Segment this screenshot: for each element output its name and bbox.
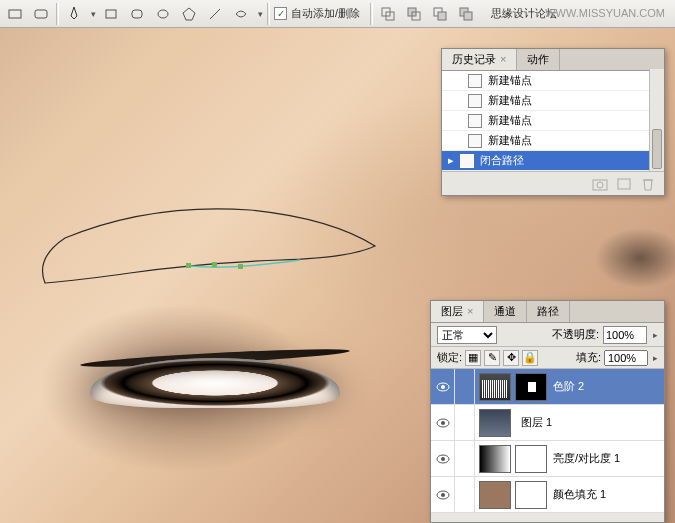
layers-tabs: 图层× 通道 路径 bbox=[431, 301, 664, 323]
custom-shape-icon[interactable] bbox=[230, 3, 252, 25]
new-state-icon[interactable] bbox=[616, 177, 632, 191]
visibility-toggle[interactable] bbox=[431, 369, 455, 405]
svg-rect-1 bbox=[35, 10, 47, 18]
history-tabs: 历史记录× 动作 bbox=[442, 49, 664, 71]
svg-rect-0 bbox=[9, 10, 21, 18]
play-icon: ▸ bbox=[448, 154, 454, 167]
watermark-url: WWW.MISSYUAN.COM bbox=[545, 7, 665, 19]
link-col[interactable] bbox=[455, 369, 475, 405]
tab-channels[interactable]: 通道 bbox=[484, 301, 527, 322]
path-exclude-icon[interactable] bbox=[455, 3, 477, 25]
opacity-input[interactable] bbox=[603, 326, 647, 344]
svg-rect-3 bbox=[132, 10, 142, 18]
layer-item[interactable]: 颜色填充 1 bbox=[431, 477, 664, 513]
close-icon[interactable]: × bbox=[500, 53, 506, 65]
layer-name: 颜色填充 1 bbox=[553, 487, 664, 502]
path-subtract-icon[interactable] bbox=[403, 3, 425, 25]
svg-rect-17 bbox=[238, 264, 243, 269]
svg-rect-15 bbox=[212, 262, 217, 267]
svg-marker-5 bbox=[183, 8, 195, 20]
path-combine-icon[interactable] bbox=[377, 3, 399, 25]
snapshot-icon[interactable] bbox=[592, 177, 608, 191]
svg-point-19 bbox=[597, 182, 603, 188]
anchor-icon bbox=[468, 114, 482, 128]
layer-thumb-icon bbox=[479, 409, 511, 437]
history-item[interactable]: 新建锚点 bbox=[442, 91, 664, 111]
lock-move-icon[interactable]: ✥ bbox=[503, 350, 519, 366]
visibility-toggle[interactable] bbox=[431, 405, 455, 441]
layer-mask-icon bbox=[515, 445, 547, 473]
lock-brush-icon[interactable]: ✎ bbox=[484, 350, 500, 366]
layer-name: 图层 1 bbox=[521, 415, 664, 430]
history-item[interactable]: 新建锚点 bbox=[442, 71, 664, 91]
auto-add-delete-label: 自动添加/删除 bbox=[291, 6, 360, 21]
svg-point-24 bbox=[441, 421, 445, 425]
auto-add-delete-checkbox[interactable]: ✓ bbox=[274, 7, 287, 20]
tab-history[interactable]: 历史记录× bbox=[442, 49, 517, 70]
opacity-label: 不透明度: bbox=[552, 327, 599, 342]
eye-icon bbox=[436, 418, 450, 428]
layer-name: 亮度/对比度 1 bbox=[553, 451, 664, 466]
anchor-icon bbox=[468, 134, 482, 148]
layer-item[interactable]: 亮度/对比度 1 bbox=[431, 441, 664, 477]
history-item[interactable]: 新建锚点 bbox=[442, 131, 664, 151]
history-panel: 历史记录× 动作 新建锚点 新建锚点 新建锚点 新建锚点 ▸闭合路径 bbox=[441, 48, 665, 196]
ellipse-shape-icon[interactable] bbox=[152, 3, 174, 25]
lock-all-icon[interactable]: 🔒 bbox=[522, 350, 538, 366]
layer-name: 色阶 2 bbox=[553, 379, 664, 394]
polygon-shape-icon[interactable] bbox=[178, 3, 200, 25]
layer-mask-icon bbox=[515, 373, 547, 401]
svg-point-4 bbox=[158, 10, 168, 18]
lock-transparency-icon[interactable]: ▦ bbox=[465, 350, 481, 366]
close-icon[interactable]: × bbox=[467, 305, 473, 317]
lock-fill-row: 锁定: ▦ ✎ ✥ 🔒 填充: ▸ bbox=[431, 347, 664, 369]
path-intersect-icon[interactable] bbox=[429, 3, 451, 25]
history-item-selected[interactable]: ▸闭合路径 bbox=[442, 151, 664, 171]
tab-actions[interactable]: 动作 bbox=[517, 49, 560, 70]
line-shape-icon[interactable] bbox=[204, 3, 226, 25]
svg-rect-14 bbox=[464, 12, 472, 20]
separator bbox=[56, 3, 59, 25]
path-icon bbox=[460, 154, 474, 168]
layer-mask-icon bbox=[515, 481, 547, 509]
svg-rect-20 bbox=[618, 179, 630, 189]
svg-rect-12 bbox=[438, 12, 446, 20]
rectangle-tool-icon[interactable] bbox=[4, 3, 26, 25]
visibility-toggle[interactable] bbox=[431, 477, 455, 513]
tab-paths[interactable]: 路径 bbox=[527, 301, 570, 322]
rect-shape-icon[interactable] bbox=[100, 3, 122, 25]
link-col[interactable] bbox=[455, 441, 475, 477]
trash-icon[interactable] bbox=[640, 177, 656, 191]
fill-input[interactable] bbox=[604, 350, 648, 366]
layers-panel: 图层× 通道 路径 正常 不透明度: ▸ 锁定: ▦ ✎ ✥ 🔒 填充: ▸ 色… bbox=[430, 300, 665, 523]
svg-point-22 bbox=[441, 385, 445, 389]
levels-thumb-icon bbox=[479, 373, 511, 401]
history-list: 新建锚点 新建锚点 新建锚点 新建锚点 ▸闭合路径 bbox=[442, 71, 664, 171]
link-col[interactable] bbox=[455, 477, 475, 513]
dropdown-arrow-icon[interactable]: ▾ bbox=[258, 9, 263, 19]
tab-layers[interactable]: 图层× bbox=[431, 301, 484, 322]
eye-icon bbox=[436, 454, 450, 464]
chevron-right-icon[interactable]: ▸ bbox=[653, 353, 658, 363]
visibility-toggle[interactable] bbox=[431, 441, 455, 477]
rounded-rect-tool-icon[interactable] bbox=[30, 3, 52, 25]
brightness-thumb-icon bbox=[479, 445, 511, 473]
history-item[interactable]: 新建锚点 bbox=[442, 111, 664, 131]
rounded-shape-icon[interactable] bbox=[126, 3, 148, 25]
separator bbox=[267, 3, 270, 25]
anchor-icon bbox=[468, 74, 482, 88]
colorfill-thumb-icon bbox=[479, 481, 511, 509]
blend-opacity-row: 正常 不透明度: ▸ bbox=[431, 323, 664, 347]
layer-item[interactable]: 图层 1 bbox=[431, 405, 664, 441]
layer-item-selected[interactable]: 色阶 2 bbox=[431, 369, 664, 405]
history-footer bbox=[442, 171, 664, 195]
pen-tool-icon[interactable] bbox=[63, 3, 85, 25]
eye-icon bbox=[436, 490, 450, 500]
dropdown-arrow-icon[interactable]: ▾ bbox=[91, 9, 96, 19]
link-col[interactable] bbox=[455, 405, 475, 441]
scrollbar[interactable] bbox=[649, 69, 664, 171]
blend-mode-select[interactable]: 正常 bbox=[437, 326, 497, 344]
svg-line-6 bbox=[210, 9, 220, 19]
chevron-right-icon[interactable]: ▸ bbox=[653, 330, 658, 340]
options-toolbar: ▾ ▾ ✓ 自动添加/删除 思缘设计论坛 WWW.MISSYUAN.COM bbox=[0, 0, 675, 28]
